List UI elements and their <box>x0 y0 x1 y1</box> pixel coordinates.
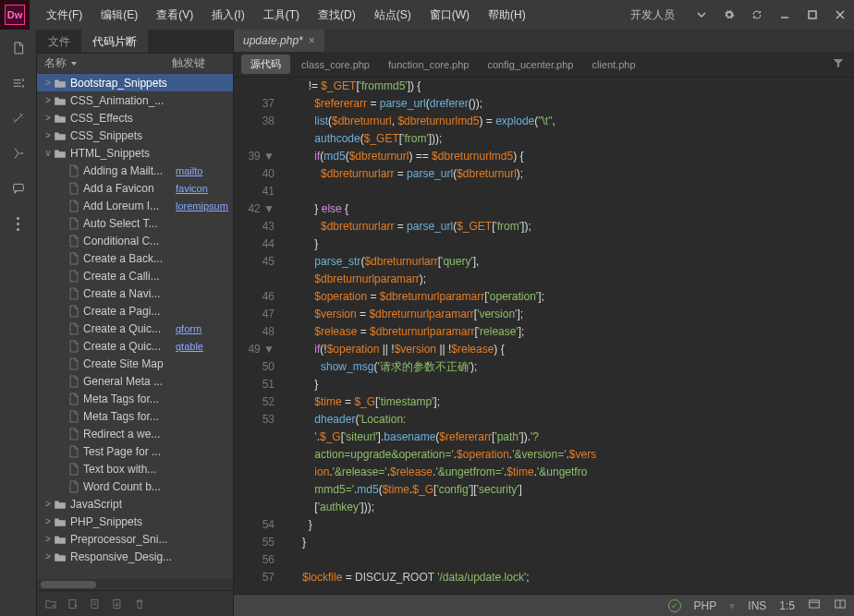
tree-folder[interactable]: >Preprocessor_Sni... <box>37 530 233 548</box>
status-ok-icon[interactable]: ✓ <box>668 599 681 612</box>
expand-icon[interactable]: > <box>43 499 54 509</box>
menu-item[interactable]: 插入(I) <box>202 0 253 30</box>
tree-file[interactable]: Create Site Map <box>37 355 233 372</box>
tree-file[interactable]: Meta Tags for... <box>37 390 233 407</box>
horizontal-scrollbar[interactable] <box>37 579 233 590</box>
delete-snippet-icon[interactable] <box>129 594 150 614</box>
file-icon <box>68 445 79 458</box>
insert-snippet-icon[interactable] <box>107 594 128 614</box>
code-editor[interactable]: 37 38 39 ▼ 40 41 42 ▼ 43 44 45 46 47 48 … <box>234 78 854 594</box>
menu-item[interactable]: 编辑(E) <box>92 0 147 30</box>
expand-icon[interactable]: > <box>43 516 54 526</box>
menu-item[interactable]: 查找(D) <box>309 0 365 30</box>
workspace-dropdown-icon[interactable] <box>688 0 715 30</box>
expand-icon[interactable]: > <box>43 95 54 105</box>
tree-file[interactable]: Create a Quic...qform <box>37 320 233 337</box>
panel-toolbar <box>37 590 233 616</box>
tree-file[interactable]: Conditional C... <box>37 232 233 249</box>
tree-folder[interactable]: >JavaScript <box>37 495 233 513</box>
tree-file[interactable]: Add Loreum I...loremipsum <box>37 197 233 214</box>
titlebar: Dw 文件(F)编辑(E)查看(V)插入(I)工具(T)查找(D)站点(S)窗口… <box>0 0 854 30</box>
expand-icon[interactable]: > <box>43 78 54 88</box>
expand-icon[interactable]: v <box>43 148 54 158</box>
maximize-button[interactable] <box>799 0 826 30</box>
file-icon <box>68 217 79 230</box>
menu-item[interactable]: 文件(F) <box>37 0 92 30</box>
tree-file[interactable]: Test Page for ... <box>37 442 233 460</box>
related-file-tab[interactable]: client.php <box>582 56 644 73</box>
tree-folder[interactable]: >PHP_Snippets <box>37 513 233 530</box>
tree-folder[interactable]: >Bootstrap_Snippets <box>37 74 233 91</box>
menu-item[interactable]: 帮助(H) <box>479 0 535 30</box>
menu-item[interactable]: 查看(V) <box>147 0 202 30</box>
comment-tool-icon[interactable] <box>7 177 30 199</box>
overview-icon[interactable] <box>808 598 821 613</box>
file-icon <box>68 164 79 177</box>
file-tool-icon[interactable] <box>7 37 30 59</box>
tree-file[interactable]: Auto Select T... <box>37 214 233 232</box>
expand-icon[interactable]: > <box>43 534 54 544</box>
tree-trigger[interactable]: favicon <box>176 183 229 194</box>
edit-snippet-icon[interactable] <box>85 594 105 614</box>
tree-file[interactable]: Add a Faviconfavicon <box>37 179 233 197</box>
wand-tool-icon[interactable] <box>7 107 30 129</box>
expand-icon[interactable]: > <box>43 113 54 123</box>
sync-icon[interactable] <box>743 0 771 30</box>
menu-item[interactable]: 窗口(W) <box>421 0 479 30</box>
realtime-preview-icon[interactable] <box>834 598 847 613</box>
tree-file[interactable]: Text box with... <box>37 460 233 477</box>
tree-file[interactable]: Meta Tags for... <box>37 407 233 425</box>
tree-file[interactable]: Adding a Mailt...mailto <box>37 162 233 179</box>
tree-trigger[interactable]: mailto <box>176 165 229 176</box>
tree-file[interactable]: Create a Back... <box>37 249 233 267</box>
related-file-tab[interactable]: function_core.php <box>379 56 478 73</box>
file-icon <box>68 393 79 405</box>
new-snippet-icon[interactable] <box>63 594 83 614</box>
tree-file[interactable]: Create a Quic...qtable <box>37 337 233 355</box>
file-icon <box>68 322 79 335</box>
status-cursor-pos[interactable]: 1:5 <box>779 599 795 612</box>
col-name[interactable]: 名称 <box>44 55 67 71</box>
view-tab-source[interactable]: 源代码 <box>241 54 290 74</box>
status-language[interactable]: PHP <box>694 599 717 612</box>
manage-tool-icon[interactable] <box>7 72 30 94</box>
tree-folder[interactable]: >CSS_Snippets <box>37 127 233 144</box>
tree-folder[interactable]: >CSS_Animation_... <box>37 91 233 109</box>
tree-trigger[interactable]: loremipsum <box>176 200 229 211</box>
settings-gear-icon[interactable] <box>715 0 743 30</box>
tree-file[interactable]: Word Count b... <box>37 477 233 495</box>
file-tab-update[interactable]: update.php*× <box>234 30 324 52</box>
menu-item[interactable]: 站点(S) <box>365 0 421 30</box>
tree-label: HTML_Snippets <box>70 147 176 160</box>
workspace-label[interactable]: 开发人员 <box>617 7 688 23</box>
menu-item[interactable]: 工具(T) <box>254 0 309 30</box>
tree-folder[interactable]: vHTML_Snippets <box>37 144 233 162</box>
tree-trigger[interactable]: qform <box>176 323 229 334</box>
more-tools-icon[interactable] <box>7 212 30 235</box>
tree-file[interactable]: Create a Calli... <box>37 267 233 284</box>
folder-icon <box>54 78 67 89</box>
col-trigger[interactable]: 触发键 <box>172 55 226 71</box>
related-file-tab[interactable]: class_core.php <box>292 56 379 73</box>
panel-tab-file[interactable]: 文件 <box>37 30 81 53</box>
tree-trigger[interactable]: qtable <box>176 341 229 352</box>
tree-folder[interactable]: >CSS_Effects <box>37 109 233 127</box>
close-button[interactable] <box>826 0 854 30</box>
status-insert-mode[interactable]: INS <box>748 599 766 612</box>
tree-folder[interactable]: >Responsive_Desig... <box>37 548 233 565</box>
close-tab-icon[interactable]: × <box>309 30 315 52</box>
expand-icon[interactable]: > <box>43 551 54 562</box>
code-content[interactable]: != $_GET['frommd5']) { $refererarr = par… <box>284 78 854 594</box>
tree-file[interactable]: Create a Navi... <box>37 284 233 302</box>
snippet-tree[interactable]: >Bootstrap_Snippets>CSS_Animation_...>CS… <box>37 74 233 579</box>
expand-icon[interactable]: > <box>43 130 54 140</box>
tree-file[interactable]: Redirect a we... <box>37 425 233 442</box>
filter-icon[interactable] <box>832 56 845 72</box>
new-snippet-folder-icon[interactable] <box>41 594 61 614</box>
panel-tab-snippets[interactable]: 代码片断 <box>81 30 148 53</box>
tree-file[interactable]: General Meta ... <box>37 372 233 390</box>
format-tool-icon[interactable] <box>7 142 30 164</box>
related-file-tab[interactable]: config_ucenter.php <box>478 56 582 73</box>
tree-file[interactable]: Create a Pagi... <box>37 302 233 320</box>
minimize-button[interactable] <box>771 0 799 30</box>
